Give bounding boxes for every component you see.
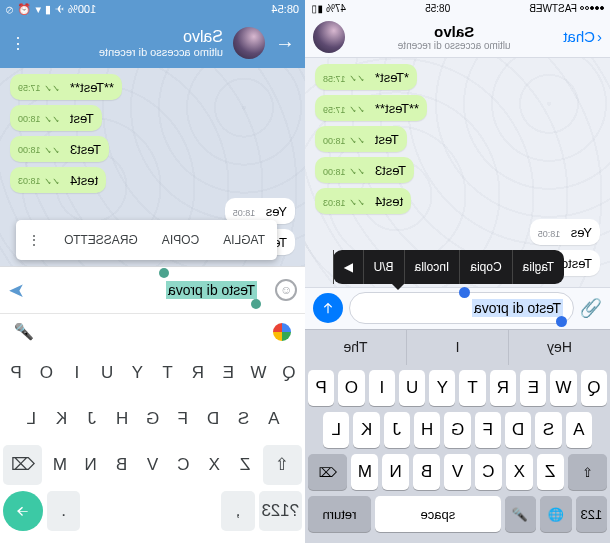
key-z[interactable]: Z xyxy=(537,454,564,490)
key-j[interactable]: J xyxy=(79,399,105,439)
num-key[interactable]: 123 xyxy=(576,496,607,532)
back-button[interactable]: ← xyxy=(275,32,295,55)
key-l[interactable]: L xyxy=(323,412,349,448)
key-r[interactable]: R xyxy=(490,370,516,406)
shift-key[interactable]: ⇧ xyxy=(263,445,302,485)
avatar[interactable] xyxy=(313,21,345,53)
space-key[interactable]: space xyxy=(375,496,501,532)
selection-handle-left[interactable] xyxy=(556,316,567,327)
more-icon[interactable]: ⋮ xyxy=(10,34,26,53)
key-r[interactable]: R xyxy=(185,353,211,393)
key-e[interactable]: E xyxy=(215,353,241,393)
key-y[interactable]: Y xyxy=(429,370,455,406)
key-f[interactable]: F xyxy=(170,399,196,439)
key-o[interactable]: O xyxy=(338,370,364,406)
cut-action[interactable]: Taglia xyxy=(512,250,564,284)
paste-action[interactable]: Incolla xyxy=(404,250,460,284)
message-out[interactable]: Test ✓✓18:00 xyxy=(10,105,295,131)
chat-area-ios[interactable]: *Test* ✓✓17:58**Test** ✓✓17:59Test ✓✓18:… xyxy=(305,58,610,287)
message-in[interactable]: Yes 18:05 xyxy=(315,219,600,245)
globe-key[interactable]: 🌐 xyxy=(540,496,571,532)
key-b[interactable]: B xyxy=(108,445,135,485)
key-d[interactable]: D xyxy=(200,399,226,439)
selection-handle-right[interactable] xyxy=(459,287,470,298)
key-q[interactable]: Q xyxy=(276,353,302,393)
message-out[interactable]: Test3 ✓✓18:00 xyxy=(315,157,600,183)
comma-key[interactable]: , xyxy=(221,491,254,531)
num-key[interactable]: ?123 xyxy=(259,491,302,531)
key-h[interactable]: H xyxy=(414,412,440,448)
message-out[interactable]: test4 ✓✓18:03 xyxy=(315,188,600,214)
selection-handle-right[interactable] xyxy=(159,268,169,278)
shift-key[interactable]: ⇧ xyxy=(568,454,607,490)
key-p[interactable]: P xyxy=(308,370,334,406)
back-button[interactable]: ‹Chat xyxy=(563,28,602,45)
mic-key[interactable]: 🎤 xyxy=(505,496,536,532)
key-k[interactable]: K xyxy=(353,412,379,448)
key-d[interactable]: D xyxy=(505,412,531,448)
space-key[interactable] xyxy=(84,491,217,531)
message-out[interactable]: test4 ✓✓18:03 xyxy=(10,167,295,193)
key-i[interactable]: I xyxy=(369,370,395,406)
key-w[interactable]: W xyxy=(245,353,271,393)
backspace-key[interactable]: ⌫ xyxy=(308,454,347,490)
key-g[interactable]: G xyxy=(139,399,165,439)
key-j[interactable]: J xyxy=(384,412,410,448)
key-c[interactable]: C xyxy=(475,454,502,490)
avatar[interactable] xyxy=(233,27,265,59)
key-l[interactable]: L xyxy=(18,399,44,439)
key-m[interactable]: M xyxy=(351,454,378,490)
return-key[interactable]: return xyxy=(308,496,371,532)
message-input[interactable]: Testo di prova xyxy=(349,292,574,324)
key-o[interactable]: O xyxy=(33,353,59,393)
key-x[interactable]: X xyxy=(506,454,533,490)
key-t[interactable]: T xyxy=(155,353,181,393)
key-f[interactable]: F xyxy=(475,412,501,448)
key-t[interactable]: T xyxy=(460,370,486,406)
key-g[interactable]: G xyxy=(444,412,470,448)
key-s[interactable]: S xyxy=(535,412,561,448)
message-out[interactable]: Test ✓✓18:00 xyxy=(315,126,600,152)
key-a[interactable]: A xyxy=(261,399,287,439)
google-icon[interactable] xyxy=(273,323,291,341)
message-out[interactable]: Test3 ✓✓18:00 xyxy=(10,136,295,162)
period-key[interactable]: . xyxy=(47,491,80,531)
key-p[interactable]: P xyxy=(3,353,29,393)
copy-action[interactable]: COPIA xyxy=(150,233,211,247)
copy-action[interactable]: Copia xyxy=(459,250,511,284)
backspace-key[interactable]: ⌫ xyxy=(3,445,42,485)
key-e[interactable]: E xyxy=(520,370,546,406)
message-input[interactable]: Testo di prova xyxy=(33,273,267,307)
key-y[interactable]: Y xyxy=(124,353,150,393)
key-u[interactable]: U xyxy=(94,353,120,393)
suggestion[interactable]: The xyxy=(305,330,406,365)
suggestion[interactable]: I xyxy=(406,330,508,365)
more-actions[interactable]: ▶ xyxy=(333,250,363,284)
key-c[interactable]: C xyxy=(170,445,197,485)
key-k[interactable]: K xyxy=(48,399,74,439)
key-s[interactable]: S xyxy=(230,399,256,439)
biu-action[interactable]: B/U xyxy=(363,250,404,284)
send-button[interactable] xyxy=(313,293,343,323)
message-out[interactable]: **Test** ✓✓17:59 xyxy=(315,95,600,121)
cut-action[interactable]: TAGLIA xyxy=(211,233,277,247)
key-x[interactable]: X xyxy=(201,445,228,485)
send-button[interactable]: ➤ xyxy=(8,278,25,302)
emoji-icon[interactable]: ☺ xyxy=(275,279,297,301)
key-m[interactable]: M xyxy=(46,445,73,485)
key-n[interactable]: N xyxy=(77,445,104,485)
key-w[interactable]: W xyxy=(550,370,576,406)
key-h[interactable]: H xyxy=(109,399,135,439)
key-q[interactable]: Q xyxy=(581,370,607,406)
mic-icon[interactable]: 🎤 xyxy=(14,322,34,341)
key-v[interactable]: V xyxy=(139,445,166,485)
key-z[interactable]: Z xyxy=(232,445,259,485)
attach-icon[interactable]: 📎 xyxy=(580,297,602,319)
key-i[interactable]: I xyxy=(64,353,90,393)
key-n[interactable]: N xyxy=(382,454,409,490)
message-out[interactable]: *Test* ✓✓17:58 xyxy=(315,64,600,90)
key-a[interactable]: A xyxy=(566,412,592,448)
message-out[interactable]: **Test** ✓✓17:59 xyxy=(10,74,295,100)
key-v[interactable]: V xyxy=(444,454,471,490)
key-b[interactable]: B xyxy=(413,454,440,490)
